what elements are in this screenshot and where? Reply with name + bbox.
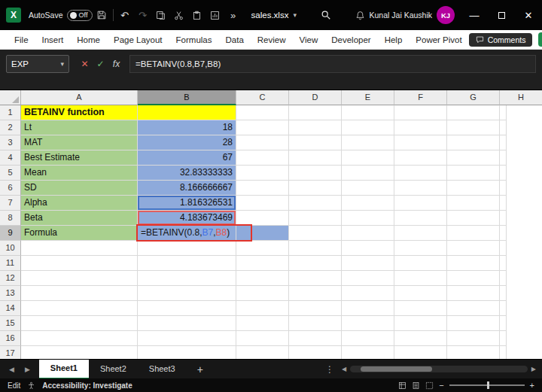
cell-g9[interactable] (447, 226, 500, 241)
scroll-left-icon[interactable]: ◀ (342, 366, 346, 372)
cell-h14[interactable] (500, 301, 507, 316)
cell-f4[interactable] (394, 150, 447, 166)
cell-f5[interactable] (394, 166, 447, 181)
quick-access-overflow-icon[interactable]: » (224, 5, 242, 25)
row-header-17[interactable]: 17 (0, 346, 21, 359)
close-button[interactable]: ✕ (515, 0, 542, 30)
cell-d10[interactable] (289, 241, 342, 256)
cell-g8[interactable] (447, 211, 500, 226)
cell-b16[interactable] (138, 331, 236, 346)
cell-e16[interactable] (342, 331, 394, 346)
cell-g12[interactable] (447, 271, 500, 286)
cell-d13[interactable] (289, 286, 342, 301)
cell-f11[interactable] (394, 256, 447, 271)
cell-c6[interactable] (236, 181, 289, 196)
cell-h1[interactable] (500, 105, 507, 120)
cell-g14[interactable] (447, 301, 500, 316)
cell-f12[interactable] (394, 271, 447, 286)
cell-d12[interactable] (289, 271, 342, 286)
cell-f2[interactable] (394, 120, 447, 135)
sheet-tab-sheet1[interactable]: Sheet1 (39, 360, 89, 379)
cell-c3[interactable] (236, 135, 289, 150)
cell-h12[interactable] (500, 271, 507, 286)
cell-a11[interactable] (21, 256, 138, 271)
undo-icon[interactable]: ↶ (116, 5, 134, 25)
cell-d4[interactable] (289, 150, 342, 166)
copy-icon[interactable] (152, 5, 170, 25)
paste-icon[interactable] (188, 5, 206, 25)
cell-d16[interactable] (289, 331, 342, 346)
zoom-in-icon[interactable]: + (530, 381, 534, 390)
cell-e4[interactable] (342, 150, 394, 166)
cell-c16[interactable] (236, 331, 289, 346)
cell-a7[interactable]: Alpha (21, 196, 138, 211)
cell-a14[interactable] (21, 301, 138, 316)
cell-c7[interactable] (236, 196, 289, 211)
cell-d11[interactable] (289, 256, 342, 271)
prev-sheet-icon[interactable]: ◀ (9, 366, 14, 373)
cancel-entry-button[interactable]: ✕ (77, 59, 93, 69)
cell-b1[interactable] (138, 105, 236, 120)
cell-c12[interactable] (236, 271, 289, 286)
cell-h13[interactable] (500, 286, 507, 301)
cell-g5[interactable] (447, 166, 500, 181)
row-header-11[interactable]: 11 (0, 256, 21, 271)
cell-f10[interactable] (394, 241, 447, 256)
formula-input[interactable]: =BETAINV(0.8,B7,B8) (129, 55, 536, 73)
row-header-14[interactable]: 14 (0, 301, 21, 316)
cell-b12[interactable] (138, 271, 236, 286)
zoom-out-icon[interactable]: − (439, 381, 443, 390)
row-header-2[interactable]: 2 (0, 120, 21, 135)
row-header-6[interactable]: 6 (0, 181, 21, 196)
cell-b13[interactable] (138, 286, 236, 301)
avatar[interactable]: KJ (437, 6, 455, 24)
row-header-12[interactable]: 12 (0, 271, 21, 286)
name-box[interactable]: EXP ▾ (6, 55, 69, 73)
cell-f9[interactable] (394, 226, 447, 241)
tab-power-pivot[interactable]: Power Pivot (409, 30, 468, 50)
cell-d1[interactable] (289, 105, 342, 120)
cell-d5[interactable] (289, 166, 342, 181)
cell-a3[interactable]: MAT (21, 135, 138, 150)
cell-f13[interactable] (394, 286, 447, 301)
cell-f17[interactable] (394, 346, 447, 359)
cell-f3[interactable] (394, 135, 447, 150)
cell-d14[interactable] (289, 301, 342, 316)
enter-entry-button[interactable]: ✓ (93, 59, 108, 69)
cell-g7[interactable] (447, 196, 500, 211)
cell-a5[interactable]: Mean (21, 166, 138, 181)
insert-function-button[interactable]: fx (108, 59, 124, 69)
row-header-8[interactable]: 8 (0, 211, 21, 226)
cell-e5[interactable] (342, 166, 394, 181)
cell-g10[interactable] (447, 241, 500, 256)
cell-c1[interactable] (236, 105, 289, 120)
row-header-10[interactable]: 10 (0, 241, 21, 256)
column-header-b[interactable]: B (138, 90, 236, 105)
cell-h8[interactable] (500, 211, 507, 226)
cell-g3[interactable] (447, 135, 500, 150)
cell-b17[interactable] (138, 346, 236, 359)
cell-b6[interactable]: 8.166666667 (138, 181, 236, 196)
cell-a10[interactable] (21, 241, 138, 256)
row-header-3[interactable]: 3 (0, 135, 21, 150)
cell-a2[interactable]: Lt (21, 120, 138, 135)
cell-e9[interactable] (342, 226, 394, 241)
row-header-5[interactable]: 5 (0, 166, 21, 181)
column-header-g[interactable]: G (447, 90, 500, 105)
cell-c13[interactable] (236, 286, 289, 301)
minimize-button[interactable]: — (461, 0, 488, 30)
cell-e15[interactable] (342, 316, 394, 331)
tab-page-layout[interactable]: Page Layout (107, 30, 169, 50)
cell-g15[interactable] (447, 316, 500, 331)
cell-c10[interactable] (236, 241, 289, 256)
cell-g4[interactable] (447, 150, 500, 166)
cell-c15[interactable] (236, 316, 289, 331)
cell-g6[interactable] (447, 181, 500, 196)
tab-formulas[interactable]: Formulas (169, 30, 219, 50)
comments-button[interactable]: Comments (469, 33, 533, 47)
cell-h2[interactable] (500, 120, 507, 135)
save-icon[interactable] (93, 5, 111, 25)
cell-d8[interactable] (289, 211, 342, 226)
cell-c11[interactable] (236, 256, 289, 271)
cell-h3[interactable] (500, 135, 507, 150)
